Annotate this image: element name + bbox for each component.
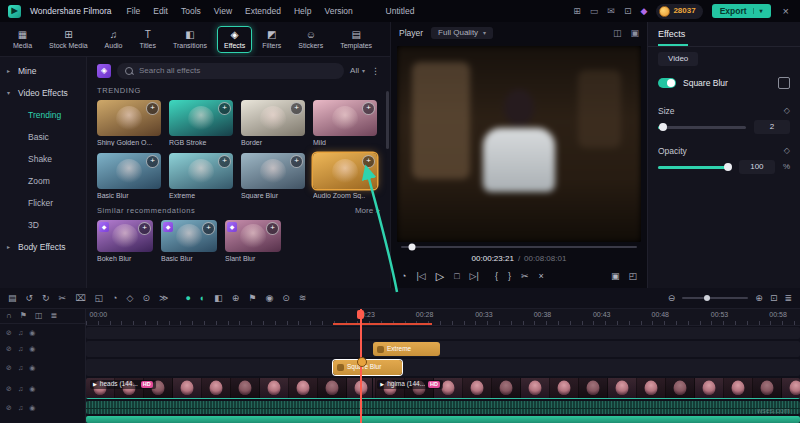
motion-tracking-icon[interactable]: ⊕ <box>232 294 240 303</box>
split-screen-view-icon[interactable]: ◫ <box>613 29 622 38</box>
clip-extreme[interactable]: Extreme <box>373 342 440 357</box>
sidebar-item-flicker[interactable]: Flicker <box>0 192 86 214</box>
voiceover-icon[interactable]: ◉ <box>265 294 273 303</box>
lock-icon[interactable]: ⊘ <box>6 404 12 411</box>
size-slider[interactable] <box>658 126 746 129</box>
effect-enabled-toggle[interactable] <box>658 78 676 88</box>
filter-all-dropdown[interactable]: All ▾ <box>350 67 365 75</box>
quality-dropdown[interactable]: Full Quality ▾ <box>431 27 493 39</box>
playhead-handle[interactable] <box>357 310 364 319</box>
layout-icon[interactable]: ⊞ <box>573 7 581 16</box>
sidebar-item-shake[interactable]: Shake <box>0 148 86 170</box>
track-row-1[interactable] <box>86 327 800 339</box>
undo-icon[interactable]: ↺ <box>26 294 34 303</box>
audio-track[interactable] <box>86 401 800 414</box>
keyframe-icon[interactable]: ◇ <box>126 294 133 303</box>
effect-thumb-border[interactable]: +Border <box>241 100 305 146</box>
chroma-key-icon[interactable]: ● <box>185 294 190 303</box>
menu-edit[interactable]: Edit <box>153 7 168 16</box>
mute-icon[interactable]: ♫ <box>18 404 23 411</box>
lock-icon[interactable]: ⊘ <box>6 329 12 336</box>
effect-checkbox[interactable] <box>778 77 790 89</box>
zoom-out-icon[interactable]: ⊖ <box>668 294 676 303</box>
menu-extended[interactable]: Extended <box>245 7 281 16</box>
effect-pin[interactable] <box>357 357 367 367</box>
effect-thumbnail[interactable]: ◆+ <box>97 220 153 252</box>
mute-icon[interactable]: ♫ <box>18 364 23 371</box>
snapshot-icon[interactable]: ▣ <box>611 272 620 281</box>
mask-icon[interactable]: ◧ <box>214 294 223 303</box>
sidebar-item-basic[interactable]: Basic <box>0 126 86 148</box>
tab-media[interactable]: ▦Media <box>6 26 39 53</box>
crop-icon[interactable]: ◱ <box>95 294 104 303</box>
coin-balance[interactable]: 28037 <box>656 4 702 19</box>
tab-video[interactable]: Video <box>658 52 698 66</box>
opacity-slider[interactable] <box>658 166 731 169</box>
effect-pack-icon[interactable]: ◈ <box>97 64 111 78</box>
effect-thumbnail[interactable]: + <box>97 100 161 136</box>
effect-thumb-rgb-stroke[interactable]: +RGB Stroke <box>169 100 233 146</box>
tab-titles[interactable]: TTitles <box>133 26 163 53</box>
play-icon[interactable]: ▷ <box>436 271 444 282</box>
search-input[interactable]: Search all effects <box>117 63 344 79</box>
add-effect-button[interactable]: + <box>218 102 231 115</box>
screen-record-icon[interactable]: ▭ <box>590 7 599 16</box>
fit-timeline-icon[interactable]: ⊡ <box>770 294 778 303</box>
sidebar-item-trending[interactable]: Trending <box>0 104 86 126</box>
mark-out-icon[interactable]: } <box>508 272 511 281</box>
tab-stickers[interactable]: ☺Stickers <box>291 26 330 53</box>
prev-frame-icon[interactable]: |◁ <box>416 272 425 281</box>
menu-help[interactable]: Help <box>294 7 311 16</box>
eye-icon[interactable]: ◉ <box>29 364 35 371</box>
add-effect-button[interactable]: + <box>146 102 159 115</box>
timeline-ruler[interactable]: 00:0000:2300:2800:3300:3800:4300:4800:53… <box>86 309 800 326</box>
eye-icon[interactable]: ◉ <box>29 404 35 411</box>
sidebar-item-body-effects[interactable]: ▸Body Effects <box>0 236 86 258</box>
tab-templates[interactable]: ▤Templates <box>333 26 379 53</box>
effect-thumb-extreme[interactable]: +Extreme <box>169 153 233 199</box>
opacity-slider-handle[interactable] <box>724 163 732 171</box>
track-list-icon[interactable]: ≣ <box>50 312 57 320</box>
effect-thumbnail[interactable]: + <box>241 153 305 189</box>
sidebar-item-video-effects[interactable]: ▾Video Effects <box>0 82 86 104</box>
tab-stock-media[interactable]: ⊞Stock Media <box>42 26 95 53</box>
seek-handle[interactable] <box>409 244 416 251</box>
menu-version[interactable]: Version <box>324 7 352 16</box>
effect-thumbnail[interactable]: + <box>241 100 305 136</box>
effect-thumbnail[interactable]: ◆+ <box>225 220 281 252</box>
fullscreen-icon[interactable]: ◰ <box>628 272 637 281</box>
next-frame-icon[interactable]: ▷| <box>470 272 479 281</box>
message-icon[interactable]: ✉ <box>607 7 615 16</box>
export-button[interactable]: Export ▾ <box>712 4 771 19</box>
effect-thumb-basic-blur[interactable]: ◆+Basic Blur <box>161 220 217 262</box>
add-effect-button[interactable]: + <box>138 222 151 235</box>
eye-icon[interactable]: ◉ <box>29 345 35 352</box>
trash-icon[interactable]: ⌧ <box>75 294 85 303</box>
size-slider-handle[interactable] <box>659 123 667 131</box>
effect-thumbnail[interactable]: + <box>313 100 377 136</box>
resources-icon[interactable]: ⊡ <box>624 7 632 16</box>
eye-icon[interactable]: ◉ <box>29 385 35 392</box>
browser-scrollbar[interactable] <box>386 91 389 149</box>
sidebar-item-3d[interactable]: 3D <box>0 214 86 236</box>
track-row-3[interactable]: Square Blur <box>86 359 800 376</box>
menu-tools[interactable]: Tools <box>181 7 201 16</box>
sidebar-item-mine[interactable]: ▸Mine <box>0 60 86 82</box>
snap-magnet-icon[interactable]: ∩ <box>6 312 12 320</box>
effect-thumbnail[interactable]: + <box>97 153 161 189</box>
effect-thumb-shiny-golden-o[interactable]: +Shiny Golden O... <box>97 100 161 146</box>
more-options-icon[interactable]: ⋮ <box>371 67 380 76</box>
add-effect-button[interactable]: + <box>290 102 303 115</box>
cut-icon[interactable]: ✂ <box>521 272 529 281</box>
mark-in-icon[interactable]: { <box>495 272 498 281</box>
speed-icon[interactable]: ◔ <box>112 294 117 303</box>
mute-icon[interactable]: ♫ <box>18 345 23 352</box>
marker-flag-icon[interactable]: ⚑ <box>20 312 27 320</box>
more-tools-icon[interactable]: ≫ <box>159 294 168 303</box>
effect-thumb-square-blur[interactable]: +Square Blur <box>241 153 305 199</box>
tab-filters[interactable]: ◩Filters <box>255 26 288 53</box>
lock-icon[interactable]: ⊘ <box>6 385 12 392</box>
scissors-icon[interactable]: ✂ <box>59 294 67 303</box>
timeline-zoom-slider[interactable] <box>682 297 748 299</box>
timeline-tracks[interactable]: 00:0000:2300:2800:3300:3800:4300:4800:53… <box>86 309 800 423</box>
